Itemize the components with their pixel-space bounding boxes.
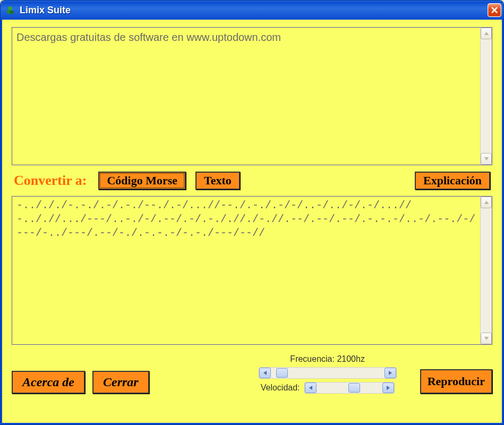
svg-marker-11 <box>309 386 312 390</box>
slider-thumb[interactable] <box>348 383 360 393</box>
output-morse-frame: -../././-.-./.-/.-./--./.-/...//--./.-./… <box>12 196 492 345</box>
scroll-down-icon[interactable] <box>481 333 492 344</box>
svg-marker-5 <box>484 32 489 35</box>
svg-marker-9 <box>263 371 267 375</box>
svg-marker-6 <box>484 157 489 160</box>
scroll-up-icon[interactable] <box>481 197 492 208</box>
scroll-track[interactable] <box>481 208 492 333</box>
title-bar[interactable]: Limix Suite <box>1 1 503 20</box>
speed-label: Velocidad: <box>261 383 300 393</box>
about-button[interactable]: Acerca de <box>12 371 85 394</box>
arrow-left-icon[interactable] <box>259 368 271 378</box>
scroll-up-icon[interactable] <box>481 28 492 39</box>
scroll-down-icon[interactable] <box>481 153 492 165</box>
window-title: Limix Suite <box>20 5 483 16</box>
speed-slider[interactable] <box>304 382 395 394</box>
explanation-button[interactable]: Explicación <box>415 172 490 190</box>
footer-row: Acerca de Cerrar Frecuencia: 2100hz <box>12 350 492 394</box>
slider-thumb[interactable] <box>276 368 288 378</box>
convert-row: Convertir a: Código Morse Texto Explicac… <box>12 171 492 191</box>
close-window-button[interactable] <box>488 3 501 17</box>
morse-code-button[interactable]: Código Morse <box>98 172 186 190</box>
svg-point-2 <box>10 11 14 14</box>
input-textarea[interactable]: Descargas gratuitas de software en www.u… <box>12 28 480 165</box>
convert-label: Convertir a: <box>14 173 87 189</box>
text-button[interactable]: Texto <box>195 172 240 190</box>
client-area: Descargas gratuitas de software en www.u… <box>1 20 503 424</box>
output-textarea[interactable]: -../././-.-./.-/.-./--./.-/...//--./.-./… <box>12 197 480 344</box>
svg-marker-12 <box>387 386 390 390</box>
input-scrollbar[interactable] <box>480 28 492 165</box>
arrow-right-icon[interactable] <box>382 382 394 393</box>
slider-track[interactable] <box>271 368 385 378</box>
speed-row: Velocidad: <box>261 382 395 394</box>
app-window: Limix Suite Descargas gratuitas de softw… <box>0 0 504 425</box>
frequency-label: Frecuencia: 2100hz <box>290 354 365 364</box>
arrow-right-icon[interactable] <box>385 368 396 378</box>
svg-marker-8 <box>484 337 489 340</box>
close-button[interactable]: Cerrar <box>92 371 149 394</box>
svg-marker-10 <box>389 371 392 375</box>
app-icon <box>5 5 15 15</box>
svg-marker-7 <box>484 201 489 204</box>
sliders-column: Frecuencia: 2100hz Velocidad: <box>243 354 413 394</box>
scroll-track[interactable] <box>481 39 492 153</box>
play-button[interactable]: Reproducir <box>420 369 492 394</box>
slider-track[interactable] <box>317 382 382 393</box>
input-text-frame: Descargas gratuitas de software en www.u… <box>12 27 492 165</box>
frequency-slider[interactable] <box>259 367 397 379</box>
output-scrollbar[interactable] <box>480 197 492 344</box>
arrow-left-icon[interactable] <box>305 382 317 393</box>
